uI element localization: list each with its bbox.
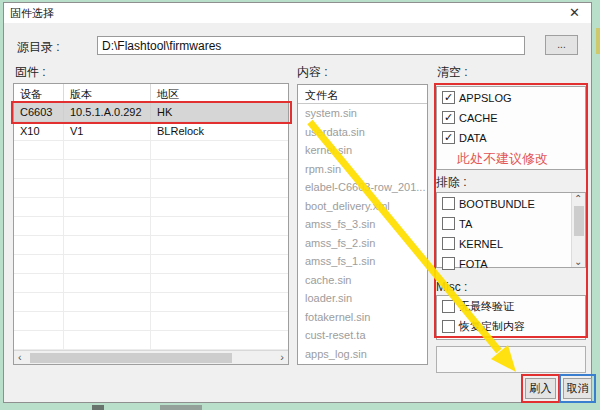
exclude-section-label: 排除 : bbox=[436, 174, 467, 191]
table-cell bbox=[151, 255, 288, 274]
file-list-item[interactable]: amss_fs_1.sin bbox=[298, 252, 427, 271]
checkbox-unchecked-icon[interactable] bbox=[442, 300, 455, 313]
file-list-item[interactable]: rpm.sin bbox=[298, 160, 427, 179]
exclude-option[interactable]: FOTA bbox=[437, 254, 572, 273]
file-list-item[interactable]: userdata.sin bbox=[298, 123, 427, 142]
file-list-item[interactable]: kernel.sin bbox=[298, 141, 427, 160]
file-list-item[interactable]: apps_log.sin bbox=[298, 345, 427, 364]
checkbox-label: CACHE bbox=[459, 112, 498, 124]
firmware-table-hscrollbar[interactable]: ‹ › bbox=[14, 350, 288, 364]
table-cell bbox=[64, 141, 151, 160]
firmware-table-body: C660310.5.1.A.0.292HKX10V1BLRelock bbox=[14, 103, 288, 350]
table-cell bbox=[151, 312, 288, 331]
table-cell bbox=[151, 198, 288, 217]
table-row[interactable]: X10V1BLRelock bbox=[14, 122, 288, 141]
file-list-item[interactable]: boot_delivery.xml bbox=[298, 197, 427, 216]
table-row[interactable] bbox=[14, 141, 288, 160]
scroll-down-icon[interactable]: ⌄ bbox=[574, 256, 582, 267]
table-cell bbox=[64, 179, 151, 198]
checkbox-label: KERNEL bbox=[459, 238, 503, 250]
clear-option[interactable]: ✓CACHE bbox=[437, 108, 585, 127]
checkbox-checked-icon[interactable]: ✓ bbox=[442, 111, 455, 124]
source-dir-value: D:\Flashtool\firmwares bbox=[102, 39, 221, 53]
table-row[interactable] bbox=[14, 293, 288, 312]
checkbox-label: BOOTBUNDLE bbox=[459, 198, 535, 210]
table-cell bbox=[14, 141, 64, 160]
checkbox-unchecked-icon[interactable] bbox=[442, 237, 455, 250]
file-list-item[interactable]: elabel-C6603-row_201... bbox=[298, 178, 427, 197]
table-cell bbox=[64, 217, 151, 236]
misc-option[interactable]: 恢复定制内容 bbox=[437, 317, 585, 336]
table-row[interactable] bbox=[14, 274, 288, 293]
table-cell bbox=[64, 293, 151, 312]
browse-button[interactable]: ... bbox=[545, 35, 578, 55]
table-row[interactable] bbox=[14, 179, 288, 198]
title-bar: 固件选择 ✕ bbox=[4, 3, 591, 23]
annotation-warning-text: 此处不建议修改 bbox=[457, 150, 548, 168]
table-cell bbox=[14, 236, 64, 255]
table-cell: V1 bbox=[64, 122, 151, 141]
exclude-options-box: BOOTBUNDLETAKERNELFOTA ⌃ ⌄ bbox=[436, 192, 586, 268]
file-list-item[interactable]: loader.sin bbox=[298, 289, 427, 308]
exclude-option[interactable]: BOOTBUNDLE bbox=[437, 194, 572, 213]
desktop-background-patch bbox=[92, 405, 104, 410]
vscrollbar-thumb[interactable] bbox=[574, 206, 584, 236]
selected-row-annotation-rect bbox=[11, 101, 292, 124]
checkbox-unchecked-icon[interactable] bbox=[442, 217, 455, 230]
checkbox-unchecked-icon[interactable] bbox=[442, 197, 455, 210]
misc-option[interactable]: 无最终验证 bbox=[437, 297, 585, 316]
table-cell bbox=[14, 331, 64, 350]
table-cell bbox=[151, 274, 288, 293]
checkbox-unchecked-icon[interactable] bbox=[442, 257, 455, 270]
flash-button[interactable]: 刷入 bbox=[525, 378, 556, 399]
checkbox-label: FOTA bbox=[459, 258, 488, 270]
table-row[interactable] bbox=[14, 236, 288, 255]
exclude-option[interactable]: KERNEL bbox=[437, 234, 572, 253]
file-list-item[interactable]: system.sin bbox=[298, 104, 427, 123]
checkbox-checked-icon[interactable]: ✓ bbox=[442, 131, 455, 144]
table-cell bbox=[64, 236, 151, 255]
column-header[interactable]: 设备 bbox=[14, 84, 64, 102]
table-row[interactable] bbox=[14, 312, 288, 331]
column-header[interactable]: 地区 bbox=[151, 84, 288, 102]
checkbox-label: APPSLOG bbox=[459, 92, 512, 104]
exclude-vscrollbar[interactable]: ⌃ ⌄ bbox=[571, 193, 585, 267]
clear-option[interactable]: ✓DATA bbox=[437, 128, 585, 147]
checkbox-checked-icon[interactable]: ✓ bbox=[442, 91, 455, 104]
table-row[interactable] bbox=[14, 198, 288, 217]
clear-option[interactable]: ✓APPSLOG bbox=[437, 88, 585, 107]
file-list-item[interactable]: amss_fs_3.sin bbox=[298, 215, 427, 234]
filename-column-header[interactable]: 文件名 bbox=[298, 85, 427, 104]
table-row[interactable] bbox=[14, 217, 288, 236]
table-row[interactable] bbox=[14, 255, 288, 274]
hscrollbar-thumb[interactable] bbox=[30, 353, 232, 363]
checkbox-unchecked-icon[interactable] bbox=[442, 320, 455, 333]
desktop-background-patch bbox=[596, 28, 600, 54]
close-icon[interactable]: ✕ bbox=[569, 5, 580, 20]
table-cell bbox=[151, 236, 288, 255]
content-file-list: 文件名 system.sinuserdata.sinkernel.sinrpm.… bbox=[297, 84, 428, 365]
table-cell bbox=[14, 274, 64, 293]
file-list-item[interactable]: amss_fs_2.sin bbox=[298, 234, 427, 253]
checkbox-label: TA bbox=[459, 218, 472, 230]
source-dir-input[interactable]: D:\Flashtool\firmwares bbox=[97, 36, 525, 55]
file-list-item[interactable]: fotakernel.sin bbox=[298, 308, 427, 327]
file-list-item[interactable]: cust-reset.ta bbox=[298, 326, 427, 345]
dialog-title: 固件选择 bbox=[10, 6, 54, 21]
scroll-right-icon[interactable]: › bbox=[280, 351, 284, 364]
scroll-left-icon[interactable]: ‹ bbox=[18, 351, 22, 364]
table-cell bbox=[14, 255, 64, 274]
exclude-option[interactable]: TA bbox=[437, 214, 572, 233]
content-section-label: 内容 : bbox=[297, 64, 328, 81]
checkbox-label: 无最终验证 bbox=[459, 299, 514, 314]
scroll-up-icon[interactable]: ⌃ bbox=[574, 193, 582, 204]
table-cell bbox=[64, 274, 151, 293]
column-header[interactable]: 版本 bbox=[64, 84, 151, 102]
table-row[interactable] bbox=[14, 331, 288, 350]
table-row[interactable] bbox=[14, 160, 288, 179]
table-cell bbox=[14, 198, 64, 217]
status-box bbox=[436, 346, 586, 373]
checkbox-label: DATA bbox=[459, 132, 487, 144]
cancel-button[interactable]: 取消 bbox=[563, 378, 592, 399]
file-list-item[interactable]: cache.sin bbox=[298, 271, 427, 290]
